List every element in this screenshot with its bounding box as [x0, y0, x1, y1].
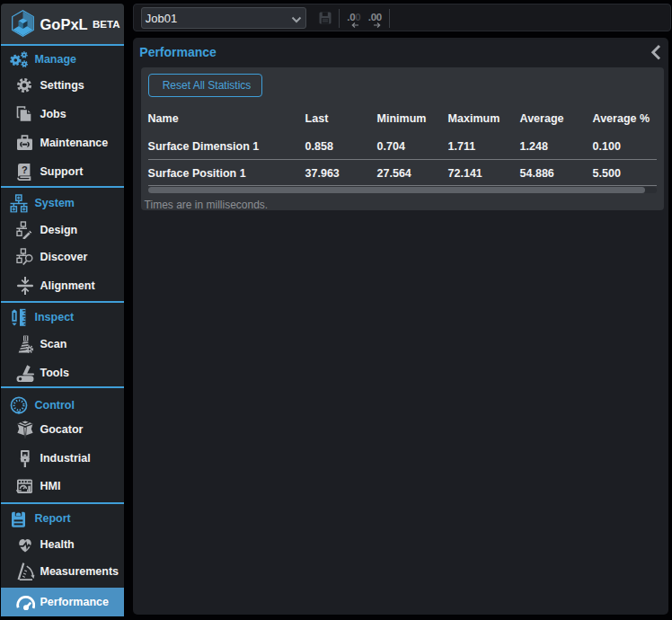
svg-text:?: ?: [22, 164, 28, 174]
